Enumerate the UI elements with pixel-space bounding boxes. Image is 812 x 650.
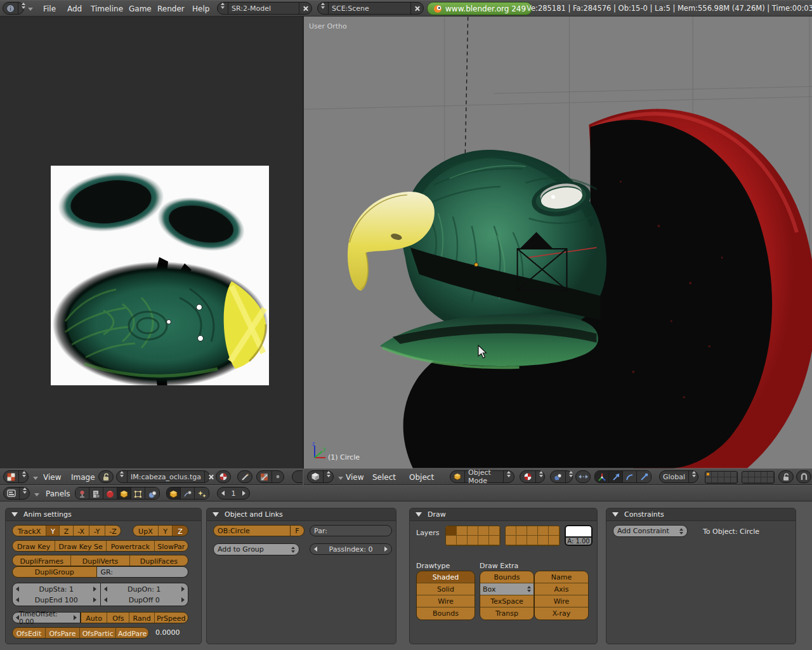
dupligroup-button[interactable]: DupliGroup [12,566,97,578]
uv-image-editor[interactable] [0,17,303,468]
header-collapse-icon[interactable] [28,8,33,11]
logic-context-icon[interactable] [75,488,89,500]
object-subcontext-icon[interactable] [167,488,181,500]
draw-key-sel-button[interactable]: Draw Key Se [55,541,107,552]
uv-editor-type-button[interactable] [3,470,29,483]
object-links-header[interactable]: Object and Links [207,508,396,521]
viewport-editor-type-button[interactable] [307,470,334,483]
manipulator-axis-icon[interactable] [595,471,609,483]
scale-manipulator-icon[interactable] [637,471,651,483]
powertrack-button[interactable]: Powertrack [107,541,154,552]
viewport-3d[interactable]: User Ortho z y (1) Circle [304,17,812,468]
menu-file[interactable]: File [43,1,56,17]
tracky-button[interactable]: Y [46,526,60,536]
image-selector[interactable]: IM:cabeza_oclus.tga [116,470,210,483]
uv-menu-image[interactable]: Image [71,470,95,485]
header-collapse-icon[interactable] [338,477,343,480]
wire-button[interactable]: Wire [417,595,475,607]
scene-selector[interactable]: SCE:Scene [317,2,424,15]
alpha-field[interactable]: A: 1.00 [565,536,593,546]
ofspartic-button[interactable]: OfsPartic [80,628,116,639]
pass-index-field[interactable]: PassIndex: 0 [310,543,392,555]
dot-icon[interactable] [272,471,284,482]
stepper-icon[interactable] [324,471,334,482]
addpare-button[interactable]: AddPare [116,628,148,639]
stepper-icon[interactable] [20,488,30,499]
texspace-toggle[interactable]: TexSpace [480,595,534,607]
prspeed-button[interactable]: PrSpeed [155,613,188,623]
scene-context-icon[interactable] [145,488,159,500]
stepper-icon[interactable] [689,471,699,482]
draw-layer-grid-2[interactable] [505,526,560,546]
particles-subcontext-icon[interactable] [195,488,209,500]
uv-paint-tools[interactable] [256,470,284,483]
stepper-icon[interactable] [218,3,228,14]
mode-selector-value[interactable]: Object Mode [465,471,504,482]
menu-render[interactable]: Render [157,1,185,17]
stepper-icon[interactable] [504,471,514,482]
shaded-button[interactable]: Shaded [417,571,475,583]
mode-selector[interactable]: Object Mode [450,470,514,483]
draw-header[interactable]: Draw [410,508,597,521]
vp-menu-view[interactable]: View [346,470,363,485]
parent-field[interactable]: Par: [310,525,392,536]
stepper-icon[interactable] [318,3,329,14]
constraints-header[interactable]: Constraints [606,508,796,521]
wire-toggle[interactable]: Wire [535,595,588,607]
frame-decrement-icon[interactable] [221,491,225,496]
vp-menu-object[interactable]: Object [409,470,434,485]
stepper-icon[interactable] [536,471,546,482]
screen-selector[interactable]: SR:2-Model [217,2,312,15]
dupon-field[interactable]: DupOn: 1 [101,583,188,595]
uv-menu-view[interactable]: View [43,470,61,485]
trackx-button[interactable]: TrackX [13,526,46,536]
lock-icon[interactable] [778,470,794,483]
frame-value[interactable]: 1 [232,489,236,498]
rotate-manipulator-icon[interactable] [623,471,637,483]
editing-context-icon[interactable] [131,488,145,500]
vp-menu-select[interactable]: Select [372,470,396,485]
texture-ball-icon[interactable] [216,470,231,483]
frame-increment-icon[interactable] [242,491,246,496]
menu-timeline[interactable]: Timeline [91,1,123,17]
track-negy-button[interactable]: -Y [89,526,105,536]
collapse-triangle-icon[interactable] [11,512,18,517]
axis-toggle[interactable]: Axis [535,583,588,595]
lock-icon[interactable] [98,470,114,483]
menu-game[interactable]: Game [129,1,152,17]
add-constraint-dropdown[interactable]: Add Constraint [613,525,688,537]
collapse-triangle-icon[interactable] [213,512,219,517]
menu-help[interactable]: Help [192,1,209,17]
bounds-toggle[interactable]: Bounds [480,571,534,583]
buttons-editor-type-button[interactable] [3,487,30,500]
object-color-swatch[interactable] [565,525,593,536]
stepper-icon[interactable] [117,471,128,482]
screen-selector-value[interactable]: SR:2-Model [228,3,299,14]
trackz-button[interactable]: Z [60,526,73,536]
app-menu-button[interactable]: i [3,2,24,15]
dupliverts-button[interactable]: DupliVerts [71,555,129,566]
layer-cell[interactable] [705,472,712,477]
orientation-selector[interactable]: Global [659,470,698,483]
dupliframes-button[interactable]: DupliFrames [13,555,71,566]
stepper-icon[interactable] [18,3,29,14]
header-collapse-icon[interactable] [33,477,38,480]
bound-type-dropdown[interactable]: Box [480,583,534,595]
move-centers-icon[interactable] [575,470,591,483]
draw-type-selector[interactable] [520,470,545,483]
draw-layer-grid-1[interactable] [445,526,501,546]
close-icon[interactable] [299,3,311,14]
translate-manipulator-icon[interactable] [609,471,623,483]
dupoff-field[interactable]: DupOff 0 [101,594,188,606]
stepper-icon[interactable] [566,471,576,482]
gr-field[interactable]: GR: [97,566,189,578]
layer-grid-2[interactable] [742,471,775,484]
collapse-triangle-icon[interactable] [416,512,422,517]
image-selector-value[interactable]: IM:cabeza_oclus.tga [128,471,205,482]
ofsedit-button[interactable]: OfsEdit [13,628,46,639]
paint-brush-icon[interactable] [237,470,252,483]
track-negx-button[interactable]: -X [74,526,89,536]
ofs-button[interactable]: Ofs [107,613,129,623]
header-collapse-icon[interactable] [34,493,39,496]
name-toggle[interactable]: Name [535,571,588,583]
